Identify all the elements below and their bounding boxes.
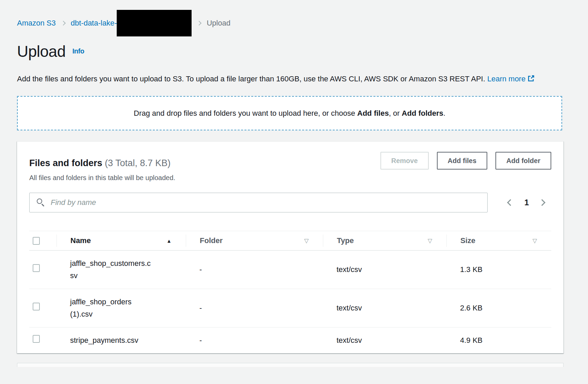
sort-down-icon: ▽ xyxy=(304,237,309,244)
dropzone-text-prefix: Drag and drop files and folders you want… xyxy=(134,109,357,117)
panel-header: Files and folders (3 Total, 8.7 KB) All … xyxy=(29,152,551,182)
files-table: Name ▲ Folder ▽ Type ▽ Size ▽ xyxy=(29,231,551,353)
file-type: text/csv xyxy=(323,295,446,321)
table-row: stripe_payments.csv - text/csv 4.9 KB xyxy=(29,327,551,353)
external-link-icon xyxy=(527,75,535,82)
table-body: jaffle_shop_customers.csv - text/csv 1.3… xyxy=(29,251,551,353)
page-title: UploadInfo xyxy=(17,42,588,61)
column-header-type-label: Type xyxy=(337,236,354,245)
dropzone-add-files-text: Add files xyxy=(357,109,389,117)
column-header-size[interactable]: Size ▽ xyxy=(446,235,551,247)
file-type: text/csv xyxy=(323,257,446,283)
next-panel-partial xyxy=(17,363,564,367)
row-select-cell xyxy=(29,302,56,314)
add-files-button[interactable]: Add files xyxy=(437,152,487,170)
breadcrumb: Amazon S3 dbt-data-lake- Upload xyxy=(17,13,588,33)
table-toolbar: 1 xyxy=(29,193,551,212)
select-all-cell xyxy=(29,235,56,247)
sort-down-icon: ▽ xyxy=(533,237,537,244)
chevron-right-icon xyxy=(539,199,545,206)
file-folder: - xyxy=(186,257,323,283)
file-folder: - xyxy=(186,327,323,353)
info-link[interactable]: Info xyxy=(72,47,84,55)
learn-more-link[interactable]: Learn more xyxy=(487,75,535,83)
search-input[interactable] xyxy=(29,193,488,212)
file-size: 1.3 KB xyxy=(446,257,551,283)
column-header-name[interactable]: Name ▲ xyxy=(56,235,186,247)
drag-drop-zone[interactable]: Drag and drop files and folders you want… xyxy=(17,96,562,130)
column-header-name-label: Name xyxy=(70,236,91,245)
chevron-right-icon xyxy=(61,21,66,26)
breadcrumb-amazon-s3-link[interactable]: Amazon S3 xyxy=(17,19,56,28)
search-box xyxy=(29,193,488,212)
row-checkbox[interactable] xyxy=(33,264,40,272)
file-name: jaffle_shop_orders (1).csv xyxy=(56,289,165,327)
row-checkbox[interactable] xyxy=(33,303,40,310)
remove-button[interactable]: Remove xyxy=(380,152,429,170)
pagination: 1 xyxy=(503,196,550,209)
select-all-checkbox[interactable] xyxy=(33,237,40,245)
panel-header-text: Files and folders (3 Total, 8.7 KB) All … xyxy=(29,152,175,182)
dropzone-text: Drag and drop files and folders you want… xyxy=(134,109,445,118)
panel-actions: Remove Add files Add folder xyxy=(380,152,551,170)
sort-down-icon: ▽ xyxy=(428,237,432,244)
panel-title: Files and folders (3 Total, 8.7 KB) xyxy=(29,158,175,169)
files-and-folders-panel: Files and folders (3 Total, 8.7 KB) All … xyxy=(17,141,564,353)
breadcrumb-bucket-link[interactable]: dbt-data-lake- xyxy=(71,19,117,28)
panel-count-text: (3 Total, 8.7 KB) xyxy=(105,158,170,168)
current-page-number[interactable]: 1 xyxy=(524,198,529,207)
redacted-bucket-name xyxy=(117,10,192,36)
file-type: text/csv xyxy=(323,327,446,353)
column-header-folder[interactable]: Folder ▽ xyxy=(186,235,323,247)
previous-page-button[interactable] xyxy=(503,196,516,209)
panel-count-summary: (3 Total, 8.7 KB) xyxy=(105,158,170,168)
page-title-text: Upload xyxy=(17,43,66,60)
table-row: jaffle_shop_customers.csv - text/csv 1.3… xyxy=(29,251,551,289)
dropzone-text-suffix: . xyxy=(443,109,445,117)
row-checkbox[interactable] xyxy=(33,335,40,343)
column-header-type[interactable]: Type ▽ xyxy=(323,235,446,247)
upload-page: Amazon S3 dbt-data-lake- Upload UploadIn… xyxy=(0,0,588,367)
table-header-row: Name ▲ Folder ▽ Type ▽ Size ▽ xyxy=(29,231,551,251)
chevron-left-icon xyxy=(507,199,514,206)
dropzone-add-folders-text: Add folders xyxy=(402,109,443,117)
row-select-cell xyxy=(29,263,56,276)
next-page-button[interactable] xyxy=(537,196,550,209)
panel-title-text: Files and folders xyxy=(29,158,102,168)
page-description: Add the files and folders you want to up… xyxy=(17,72,565,86)
dropzone-text-middle: , or xyxy=(389,109,402,117)
file-name: stripe_payments.csv xyxy=(56,327,165,353)
file-size: 4.9 KB xyxy=(446,327,551,353)
chevron-right-icon xyxy=(197,21,201,26)
breadcrumb-current: Upload xyxy=(207,19,230,28)
file-size: 2.6 KB xyxy=(446,295,551,321)
file-folder: - xyxy=(186,295,323,321)
table-row: jaffle_shop_orders (1).csv - text/csv 2.… xyxy=(29,289,551,327)
sort-asc-icon: ▲ xyxy=(166,238,172,244)
add-folder-button[interactable]: Add folder xyxy=(495,152,551,170)
search-icon xyxy=(37,198,45,207)
column-header-size-label: Size xyxy=(460,236,475,245)
panel-subtitle: All files and folders in this table will… xyxy=(29,174,175,182)
description-text: Add the files and folders you want to up… xyxy=(17,75,485,83)
row-select-cell xyxy=(29,334,56,347)
column-header-folder-label: Folder xyxy=(200,236,223,245)
learn-more-label: Learn more xyxy=(487,75,526,83)
file-name: jaffle_shop_customers.csv xyxy=(56,251,165,289)
